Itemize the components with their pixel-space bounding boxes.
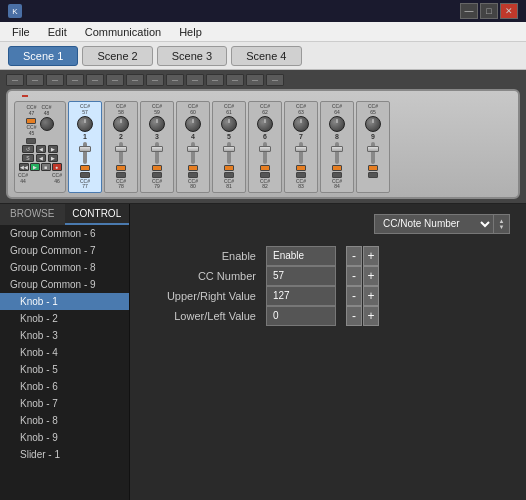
fader-7[interactable] [299,142,303,164]
sidebar-item-3[interactable]: Group Common - 9 [0,276,129,293]
small-button-5[interactable]: — [86,74,104,86]
small-button-9[interactable]: — [166,74,184,86]
sidebar-item-13[interactable]: Slider - 1 [0,446,129,463]
fader-9[interactable] [371,142,375,164]
knob-2[interactable] [113,116,129,132]
fader-handle-3[interactable] [151,146,163,152]
track-prev[interactable]: ◀ [36,145,46,153]
sidebar-item-0[interactable]: Group Common - 6 [0,225,129,242]
track-next[interactable]: ▶ [48,145,58,153]
sidebar-item-7[interactable]: Knob - 4 [0,344,129,361]
transport-knob-1[interactable] [40,117,54,131]
small-button-3[interactable]: — [46,74,64,86]
fader-8[interactable] [335,142,339,164]
channel-strip-9[interactable]: CC# 659 [356,101,390,193]
cc-note-dropdown[interactable]: CC/Note Number [374,214,494,234]
minimize-button[interactable]: — [460,3,478,19]
s-button-5[interactable] [224,165,234,171]
fader-handle-8[interactable] [331,146,343,152]
set-button[interactable]: S [22,154,34,162]
play-button[interactable]: ▶ [30,163,40,171]
stepper-plus-1[interactable]: + [363,266,379,286]
menu-item-help[interactable]: Help [171,24,210,40]
knob-8[interactable] [329,116,345,132]
s-button-1[interactable] [80,165,90,171]
m-button-9[interactable] [368,172,378,178]
small-button-11[interactable]: — [206,74,224,86]
s-button-transport[interactable] [26,118,36,124]
knob-5[interactable] [221,116,237,132]
stepper-minus-0[interactable]: - [346,246,362,266]
m-button-transport[interactable] [26,138,36,144]
small-button-10[interactable]: — [186,74,204,86]
channel-strip-7[interactable]: CC# 637CC# 83 [284,101,318,193]
fader-2[interactable] [119,142,123,164]
marker-next[interactable]: ▶ [48,154,58,162]
cc-note-arrows[interactable]: ▲ ▼ [494,214,510,234]
s-button-4[interactable] [188,165,198,171]
small-button-7[interactable]: — [126,74,144,86]
channel-strip-2[interactable]: CC# 582CC# 78 [104,101,138,193]
rew-button[interactable]: ◀◀ [19,163,29,171]
small-button-2[interactable]: — [26,74,44,86]
fader-1[interactable] [83,142,87,164]
small-button-8[interactable]: — [146,74,164,86]
channel-strip-4[interactable]: CC# 604CC# 80 [176,101,210,193]
channel-strip-6[interactable]: CC# 626CC# 82 [248,101,282,193]
fader-4[interactable] [191,142,195,164]
scene-button-3[interactable]: Scene 3 [157,46,227,66]
small-button-4[interactable]: — [66,74,84,86]
knob-3[interactable] [149,116,165,132]
fader-handle-6[interactable] [259,146,271,152]
stepper-plus-3[interactable]: + [363,306,379,326]
channel-strip-1[interactable]: CC# 571CC# 77 [68,101,102,193]
marker-prev[interactable]: ◀ [36,154,46,162]
sidebar-item-1[interactable]: Group Common - 7 [0,242,129,259]
scene-button-1[interactable]: Scene 1 [8,46,78,66]
close-button[interactable]: ✕ [500,3,518,19]
fader-handle-2[interactable] [115,146,127,152]
fader-5[interactable] [227,142,231,164]
small-button-12[interactable]: — [226,74,244,86]
fader-handle-5[interactable] [223,146,235,152]
sidebar-item-12[interactable]: Knob - 9 [0,429,129,446]
stepper-minus-1[interactable]: - [346,266,362,286]
titlebar-controls[interactable]: — □ ✕ [460,3,518,19]
s-button-2[interactable] [116,165,126,171]
channel-strip-8[interactable]: CC# 648CC# 84 [320,101,354,193]
menu-item-communication[interactable]: Communication [77,24,169,40]
sidebar-item-5[interactable]: Knob - 2 [0,310,129,327]
channel-strip-3[interactable]: CC# 593CC# 79 [140,101,174,193]
s-button-3[interactable] [152,165,162,171]
s-button-6[interactable] [260,165,270,171]
scene-button-4[interactable]: Scene 4 [231,46,301,66]
knob-1[interactable] [77,116,93,132]
small-button-14[interactable]: — [266,74,284,86]
stepper-plus-0[interactable]: + [363,246,379,266]
rec-button[interactable]: ● [52,163,62,171]
maximize-button[interactable]: □ [480,3,498,19]
stop-button[interactable]: ■ [41,163,51,171]
knob-7[interactable] [293,116,309,132]
knob-9[interactable] [365,116,381,132]
fader-handle-1[interactable] [79,146,91,152]
sidebar-item-6[interactable]: Knob - 3 [0,327,129,344]
sidebar-tab-control[interactable]: CONTROL [65,204,130,225]
s-button-8[interactable] [332,165,342,171]
channel-strip-5[interactable]: CC# 615CC# 81 [212,101,246,193]
s-button-9[interactable] [368,165,378,171]
fader-3[interactable] [155,142,159,164]
sidebar-item-10[interactable]: Knob - 7 [0,395,129,412]
fader-6[interactable] [263,142,267,164]
sidebar-item-11[interactable]: Knob - 8 [0,412,129,429]
knob-6[interactable] [257,116,273,132]
knob-4[interactable] [185,116,201,132]
scene-button-2[interactable]: Scene 2 [82,46,152,66]
sidebar-item-8[interactable]: Knob - 5 [0,361,129,378]
fader-handle-4[interactable] [187,146,199,152]
stepper-minus-2[interactable]: - [346,286,362,306]
stepper-plus-2[interactable]: + [363,286,379,306]
small-button-6[interactable]: — [106,74,124,86]
stepper-minus-3[interactable]: - [346,306,362,326]
sidebar-item-2[interactable]: Group Common - 8 [0,259,129,276]
